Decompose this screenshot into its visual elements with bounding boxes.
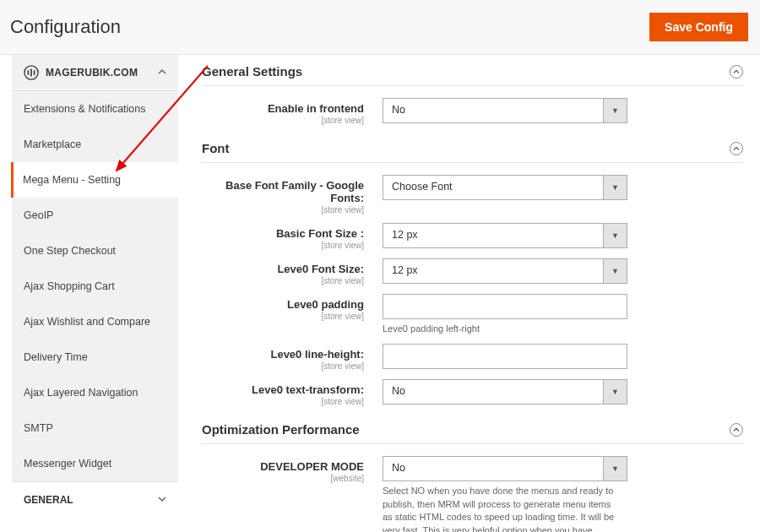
field-label: Leve0 Font Size: [store view] — [202, 258, 383, 285]
field-base-font-family: Base Font Family - Google Fonts: [store … — [202, 175, 743, 214]
scope-text: [store view] — [202, 241, 364, 250]
field-control — [383, 344, 627, 369]
label-text: Leve0 padding — [287, 298, 364, 311]
level0-padding-input[interactable] — [383, 294, 627, 319]
base-font-family-select[interactable]: Choose Font ▼ — [383, 175, 627, 200]
level0-text-transform-select[interactable]: No ▼ — [383, 379, 627, 404]
field-level0-line-height: Leve0 line-height: [store view] — [202, 344, 743, 371]
group-head-optimization[interactable]: Optimization Performance — [202, 418, 743, 444]
scope-text: [store view] — [202, 397, 364, 406]
group-head-font[interactable]: Font — [202, 137, 743, 163]
collapse-icon[interactable] — [730, 423, 743, 437]
select-value: Choose Font — [383, 176, 603, 199]
group-general-settings: General Settings Enable in frontend [sto… — [202, 60, 743, 125]
field-control: No ▼ Select NO when you have done the me… — [383, 456, 627, 532]
collapse-icon[interactable] — [730, 142, 743, 155]
field-control: 12 px ▼ — [383, 223, 627, 248]
field-developer-mode: DEVELOPER MODE [website] No ▼ Select NO … — [202, 456, 743, 532]
scope-text: [store view] — [202, 205, 364, 214]
sidebar-general-label: GENERAL — [24, 494, 73, 506]
field-level0-padding: Leve0 padding [store view] Leve0 padding… — [202, 294, 743, 335]
field-control: Leve0 padding left-right — [383, 294, 627, 335]
field-label: Leve0 text-transform: [store view] — [202, 379, 383, 406]
field-label: DEVELOPER MODE [website] — [202, 456, 383, 483]
select-value: 12 px — [383, 259, 603, 283]
dropdown-arrow-icon: ▼ — [603, 457, 627, 480]
field-label: Base Font Family - Google Fonts: [store … — [202, 175, 383, 214]
sidebar-item-marketplace[interactable]: Marketplace — [12, 127, 178, 162]
field-label: Enable in frontend [store view] — [202, 98, 383, 125]
enable-frontend-select[interactable]: No ▼ — [383, 98, 627, 123]
chevron-up-icon — [158, 67, 166, 79]
label-text: Base Font Family - Google Fonts: — [225, 179, 364, 204]
group-font: Font Base Font Family - Google Fonts: [s… — [202, 137, 743, 406]
select-value: No — [383, 380, 603, 404]
select-value: No — [383, 457, 603, 480]
sidebar-item-mega-menu[interactable]: Mega Menu - Setting — [11, 162, 178, 198]
select-value: 12 px — [383, 224, 603, 247]
dropdown-arrow-icon: ▼ — [603, 259, 627, 283]
save-config-button[interactable]: Save Config — [649, 13, 748, 41]
sidebar-vendor-label-wrap: MAGERUBIK.COM — [24, 65, 138, 80]
group-title-font: Font — [202, 141, 229, 155]
label-text: Leve0 text-transform: — [252, 383, 364, 396]
sidebar-item-one-step-checkout[interactable]: One Step Checkout — [12, 233, 178, 269]
field-label: Leve0 padding [store view] — [202, 294, 383, 321]
page-title: Configuration — [10, 16, 121, 38]
collapse-icon[interactable] — [730, 65, 743, 79]
field-label: Basic Font Size : [store view] — [202, 223, 383, 250]
dropdown-arrow-icon: ▼ — [603, 380, 627, 404]
main-panel: General Settings Enable in frontend [sto… — [178, 55, 760, 532]
note-text: Select NO when you have done the menus a… — [383, 485, 619, 532]
sidebar-item-smtp[interactable]: SMTP — [12, 410, 178, 446]
select-value: No — [383, 99, 603, 122]
group-title-general: General Settings — [202, 64, 302, 79]
dropdown-arrow-icon: ▼ — [603, 176, 627, 199]
sidebar-item-messenger-widget[interactable]: Messenger Widget — [12, 446, 178, 481]
field-level0-text-transform: Leve0 text-transform: [store view] No ▼ — [202, 379, 743, 406]
sidebar-vendor-label: MAGERUBIK.COM — [46, 67, 138, 79]
note-text: Leve0 padding left-right — [383, 323, 619, 335]
scope-text: [store view] — [202, 312, 364, 321]
sidebar-vendor-section: MAGERUBIK.COM Extensions & Notifications… — [12, 55, 178, 481]
field-control: Choose Font ▼ — [383, 175, 627, 200]
group-title-optimization: Optimization Performance — [202, 422, 360, 437]
dropdown-arrow-icon: ▼ — [603, 224, 627, 247]
scope-text: [store view] — [202, 361, 364, 371]
sidebar-item-ajax-cart[interactable]: Ajax Shopping Cart — [12, 269, 178, 304]
field-level0-font-size: Leve0 Font Size: [store view] 12 px ▼ — [202, 258, 743, 285]
label-text: Enable in frontend — [268, 102, 364, 115]
sidebar-item-ajax-wishlist[interactable]: Ajax Wishlist and Compare — [12, 304, 178, 339]
label-text: Basic Font Size : — [276, 227, 364, 240]
sidebar-item-delivery-time[interactable]: Delivery Time — [12, 339, 178, 375]
sidebar-item-extensions[interactable]: Extensions & Notifications — [12, 91, 178, 127]
scope-text: [store view] — [202, 276, 364, 285]
developer-mode-select[interactable]: No ▼ — [383, 456, 627, 481]
scope-text: [website] — [202, 474, 364, 483]
basic-font-size-select[interactable]: 12 px ▼ — [383, 223, 627, 248]
sidebar: MAGERUBIK.COM Extensions & Notifications… — [0, 55, 178, 532]
label-text: DEVELOPER MODE — [260, 460, 364, 473]
magerubik-logo-icon — [24, 65, 39, 80]
field-control: No ▼ — [383, 379, 627, 404]
scope-text: [store view] — [202, 116, 364, 125]
sidebar-general-header[interactable]: GENERAL — [12, 481, 178, 518]
sidebar-item-ajax-layered-nav[interactable]: Ajax Layered Navigation — [12, 375, 178, 410]
sidebar-item-geoip[interactable]: GeoIP — [12, 198, 178, 233]
sidebar-vendor-header[interactable]: MAGERUBIK.COM — [12, 55, 178, 91]
content: MAGERUBIK.COM Extensions & Notifications… — [0, 55, 760, 532]
field-enable-frontend: Enable in frontend [store view] No ▼ — [202, 98, 743, 125]
field-basic-font-size: Basic Font Size : [store view] 12 px ▼ — [202, 223, 743, 250]
group-optimization: Optimization Performance DEVELOPER MODE … — [202, 418, 743, 532]
level0-font-size-select[interactable]: 12 px ▼ — [383, 258, 627, 284]
header-bar: Configuration Save Config — [0, 0, 760, 55]
chevron-down-icon — [158, 494, 166, 506]
field-label: Leve0 line-height: [store view] — [202, 344, 383, 371]
label-text: Leve0 line-height: — [270, 348, 364, 361]
field-control: 12 px ▼ — [383, 258, 627, 284]
dropdown-arrow-icon: ▼ — [603, 99, 627, 122]
group-head-general[interactable]: General Settings — [202, 60, 743, 86]
label-text: Leve0 Font Size: — [277, 263, 364, 275]
field-control: No ▼ — [383, 98, 627, 123]
level0-line-height-input[interactable] — [383, 344, 627, 369]
